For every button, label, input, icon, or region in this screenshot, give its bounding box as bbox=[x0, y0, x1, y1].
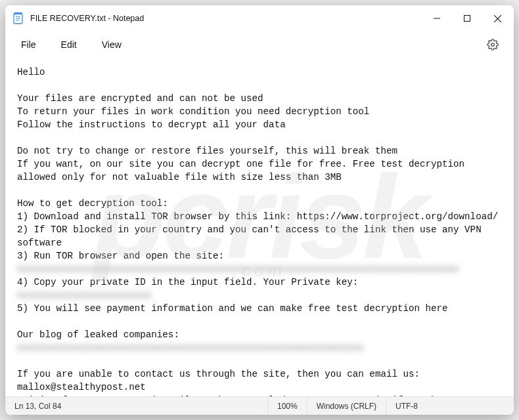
menu-view[interactable]: View bbox=[91, 35, 132, 54]
status-zoom: 100% bbox=[268, 397, 307, 415]
text-line: Follow the instructions to decrypt all y… bbox=[17, 119, 286, 130]
text-line: 1) Download and install TOR browser by t… bbox=[17, 211, 498, 222]
notepad-app-icon bbox=[13, 12, 24, 24]
menubar: File Edit View bbox=[5, 32, 514, 58]
menu-edit[interactable]: Edit bbox=[51, 35, 87, 54]
svg-point-9 bbox=[491, 43, 495, 47]
status-cursor-position: Ln 13, Col 84 bbox=[5, 397, 268, 415]
text-line: To return your files in work condition y… bbox=[17, 106, 369, 117]
text-area[interactable]: Hello Your files are encrypted and can n… bbox=[5, 58, 514, 396]
maximize-button[interactable] bbox=[452, 5, 482, 32]
text-line: 4) Copy your private ID in the input fie… bbox=[17, 277, 369, 287]
status-encoding: UTF-8 bbox=[386, 397, 427, 415]
text-line: Waiting for a response via mail can be s… bbox=[17, 395, 482, 396]
minimize-button[interactable] bbox=[422, 5, 452, 32]
menu-file[interactable]: File bbox=[11, 35, 47, 54]
redacted-text: xxxxxxxxxxxxxxxxxxxxxxxxxxxxxxxxxxxxxxxx… bbox=[17, 264, 459, 274]
titlebar[interactable]: FILE RECOVERY.txt - Notepad bbox=[5, 5, 514, 32]
statusbar: Ln 13, Col 84 100% Windows (CRLF) UTF-8 bbox=[5, 396, 514, 415]
redacted-text: xxxxxxxxxxxxxxxxxxxxxxxxxxxxxxxxxxxxxxxx… bbox=[17, 343, 364, 353]
text-line: 3) Run TOR browser and open the site: bbox=[17, 251, 224, 261]
text-line: 2) If TOR blocked in your country and yo… bbox=[17, 224, 487, 248]
svg-rect-6 bbox=[464, 16, 470, 22]
redacted-text: xxxxxxxxxxxxxxxxxxxxxxxx bbox=[17, 290, 151, 301]
text-line: If you want, on our site you can decrypt… bbox=[17, 159, 470, 182]
window-title: FILE RECOVERY.txt - Notepad bbox=[30, 14, 144, 23]
text-line: Our blog of leaked companies: bbox=[17, 329, 179, 340]
text-line: 5) You will see payment information and … bbox=[17, 303, 448, 314]
text-line: How to get decryption tool: bbox=[17, 198, 168, 209]
text-line: If you are unable to contact us through … bbox=[17, 369, 426, 392]
status-line-ending: Windows (CRLF) bbox=[307, 397, 386, 415]
text-line: Do not try to change or restore files yo… bbox=[17, 146, 397, 156]
settings-button[interactable] bbox=[481, 33, 505, 56]
notepad-window: FILE RECOVERY.txt - Notepad File Edit Vi… bbox=[5, 5, 514, 415]
text-line: Hello bbox=[17, 67, 45, 77]
svg-rect-4 bbox=[14, 12, 22, 14]
text-line: Your files are encrypted and can not be … bbox=[17, 93, 263, 104]
close-button[interactable] bbox=[482, 5, 512, 32]
